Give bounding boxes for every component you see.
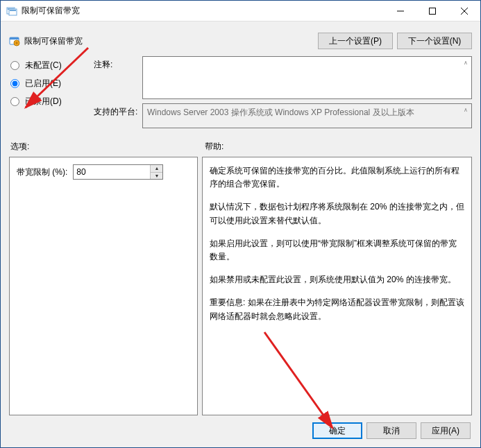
radio-enabled[interactable]: 已启用(E) [9, 74, 91, 92]
help-panel[interactable]: 确定系统可保留的连接带宽的百分比。此值限制系统上运行的所有程序的组合带宽保留。 … [202, 157, 472, 415]
prev-setting-button[interactable]: 上一个设置(P) [318, 33, 393, 49]
window-title: 限制可保留带宽 [22, 5, 385, 17]
header-row: 限制可保留带宽 上一个设置(P) 下一个设置(N) [9, 28, 472, 56]
comment-label: 注释: [94, 56, 138, 71]
comment-textarea[interactable]: ∧ [142, 56, 472, 99]
cancel-button[interactable]: 取消 [366, 422, 416, 439]
svg-rect-5 [430, 8, 436, 14]
policy-name: 限制可保留带宽 [24, 35, 83, 47]
bandwidth-limit-spinner[interactable]: ▲ ▼ [73, 164, 163, 180]
radio-disabled-label: 已禁用(D) [25, 96, 62, 107]
radio-disabled-input[interactable] [10, 97, 19, 106]
help-p5: 重要信息: 如果在注册表中为特定网络适配器设置带宽限制，则配置该网络适配器时就会… [210, 296, 464, 322]
options-label: 选项: [9, 141, 202, 153]
radio-not-configured-input[interactable] [10, 61, 19, 70]
bandwidth-limit-row: 带宽限制 (%): ▲ ▼ [17, 164, 190, 180]
radio-enabled-input[interactable] [10, 79, 19, 88]
bandwidth-limit-input[interactable] [74, 165, 150, 179]
radio-column: 未配置(C) 已启用(E) 已禁用(D) [9, 56, 91, 110]
comment-block: 注释: ∧ [94, 56, 472, 99]
platform-label: 支持的平台: [94, 103, 138, 118]
close-button[interactable] [448, 1, 480, 21]
platform-value: Windows Server 2003 操作系统或 Windows XP Pro… [147, 107, 414, 117]
apply-button[interactable]: 应用(A) [421, 422, 471, 439]
minimize-button[interactable] [385, 1, 416, 21]
maximize-button[interactable] [416, 1, 448, 21]
policy-icon [9, 36, 20, 47]
radio-enabled-label: 已启用(E) [25, 78, 61, 89]
comment-column: 注释: ∧ 支持的平台: Windows Server 2003 操作系统或 W… [94, 56, 472, 128]
window-controls [385, 1, 480, 21]
dialog-content: 限制可保留带宽 上一个设置(P) 下一个设置(N) 未配置(C) 已启用(E) … [1, 21, 480, 447]
scroll-up-icon[interactable]: ∧ [460, 105, 471, 115]
options-panel: 带宽限制 (%): ▲ ▼ [9, 157, 198, 415]
dialog-window: 限制可保留带宽 [0, 0, 481, 448]
radio-not-configured[interactable]: 未配置(C) [9, 56, 91, 74]
svg-rect-9 [10, 37, 19, 40]
svg-rect-3 [10, 10, 16, 11]
config-row: 未配置(C) 已启用(E) 已禁用(D) 注释: ∧ [9, 56, 472, 128]
help-p4: 如果禁用或未配置此设置，则系统使用默认值为 20% 的连接带宽。 [210, 273, 464, 286]
titlebar: 限制可保留带宽 [1, 1, 480, 21]
radio-disabled[interactable]: 已禁用(D) [9, 92, 91, 110]
panels-row: 带宽限制 (%): ▲ ▼ 确定系统可保留的连接带宽的百分比。此值限制系统上运行… [9, 157, 472, 415]
help-p3: 如果启用此设置，则可以使用“带宽限制”框来调整系统可保留的带宽数量。 [210, 237, 464, 264]
scroll-up-icon[interactable]: ∧ [460, 58, 471, 68]
help-p1: 确定系统可保留的连接带宽的百分比。此值限制系统上运行的所有程序的组合带宽保留。 [210, 164, 464, 191]
bandwidth-limit-label: 带宽限制 (%): [17, 166, 67, 178]
spinner-up-button[interactable]: ▲ [151, 165, 162, 173]
policy-heading: 限制可保留带宽 [9, 33, 83, 47]
platform-block: 支持的平台: Windows Server 2003 操作系统或 Windows… [94, 103, 472, 128]
spinner-buttons: ▲ ▼ [150, 165, 162, 179]
app-icon [6, 6, 17, 17]
help-body: 确定系统可保留的连接带宽的百分比。此值限制系统上运行的所有程序的组合带宽保留。 … [210, 164, 464, 323]
next-setting-button[interactable]: 下一个设置(N) [397, 33, 472, 49]
help-label: 帮助: [202, 141, 472, 153]
section-labels: 选项: 帮助: [9, 141, 472, 153]
spinner-down-button[interactable]: ▼ [151, 173, 162, 180]
ok-button[interactable]: 确定 [312, 422, 362, 439]
radio-not-configured-label: 未配置(C) [25, 60, 62, 71]
platform-textarea: Windows Server 2003 操作系统或 Windows XP Pro… [142, 103, 472, 128]
dialog-footer: 确定 取消 应用(A) [9, 415, 472, 440]
help-p2: 默认情况下，数据包计划程序将系统限制在 20% 的连接带宽之内，但可以使用此设置… [210, 200, 464, 227]
